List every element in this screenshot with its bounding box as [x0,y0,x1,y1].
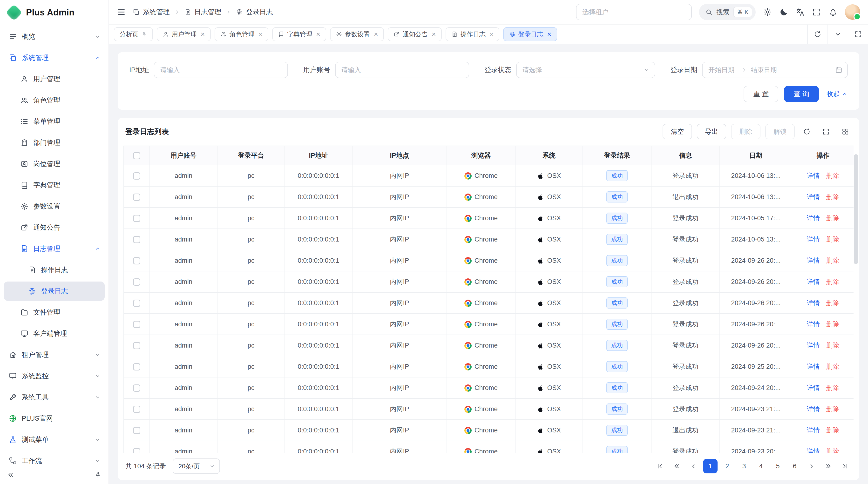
detail-link[interactable]: 详情 [807,193,820,200]
content-fullscreen-button[interactable] [848,25,868,44]
sidebar-item[interactable]: 岗位管理 [4,154,105,173]
sidebar-item[interactable]: PLUS官网 [4,409,105,428]
export-button[interactable]: 导出 [697,124,726,139]
row-checkbox[interactable] [133,172,140,180]
column-settings-button[interactable] [838,124,852,139]
row-checkbox[interactable] [133,300,140,307]
collapse-filters-link[interactable]: 收起 [827,90,848,99]
tab-close-icon[interactable]: × [374,31,378,38]
sidebar-item[interactable]: 文件管理 [4,303,105,322]
clear-button[interactable]: 清空 [662,124,692,139]
delete-link[interactable]: 删除 [826,448,839,453]
row-checkbox[interactable] [133,215,140,222]
refresh-table-button[interactable] [800,124,814,139]
prev-page-button[interactable] [686,459,701,474]
table-scrollbar[interactable] [854,154,858,264]
dark-mode-moon-icon[interactable] [779,7,788,17]
tab-close-icon[interactable]: × [258,31,263,38]
tab-item[interactable]: 登录日志× [503,27,557,41]
tab-item[interactable]: 通知公告× [388,27,442,41]
last-page-button[interactable] [838,459,852,474]
tab-item[interactable]: 字典管理× [272,27,326,41]
tab-close-icon[interactable]: × [316,31,320,38]
delete-link[interactable]: 删除 [826,257,839,264]
login-status-select[interactable]: 请选择 [516,62,655,78]
row-checkbox[interactable] [133,363,140,370]
tab-item[interactable]: 分析页 [114,27,153,41]
detail-link[interactable]: 详情 [807,299,820,306]
tab-options-chevron[interactable] [828,25,848,44]
breadcrumb-item[interactable]: 登录日志 [236,7,273,17]
row-checkbox[interactable] [133,236,140,243]
tab-close-icon[interactable]: × [490,31,494,38]
page-number-button[interactable]: 1 [703,459,717,474]
account-input[interactable] [335,62,469,78]
fast-forward-button[interactable] [821,459,836,474]
page-size-select[interactable]: 20条/页 [173,458,220,474]
breadcrumb-item[interactable]: 日志管理 [184,7,221,17]
row-checkbox[interactable] [133,384,140,392]
sidebar-item[interactable]: 客户端管理 [4,324,105,343]
date-range-picker[interactable]: 开始日期 结束日期 [702,62,848,78]
page-number-button[interactable]: 6 [787,459,802,474]
page-number-button[interactable]: 3 [737,459,751,474]
sidebar-item[interactable]: 测试菜单 [4,430,105,449]
sidebar-item[interactable]: 通知公告 [4,218,105,237]
refresh-page-button[interactable] [807,25,828,44]
tab-close-icon[interactable]: × [200,31,205,38]
collapse-sidebar-icon[interactable] [7,471,14,479]
page-number-button[interactable]: 2 [720,459,735,474]
sidebar-item[interactable]: 菜单管理 [4,112,105,131]
sidebar-item[interactable]: 部门管理 [4,133,105,152]
next-page-button[interactable] [804,459,819,474]
tab-item[interactable]: 参数设置× [330,27,384,41]
sidebar-item[interactable]: 系统监控 [4,366,105,386]
row-checkbox[interactable] [133,448,140,453]
sidebar-item[interactable]: 操作日志 [4,260,105,280]
detail-link[interactable]: 详情 [807,406,820,413]
first-page-button[interactable] [652,459,667,474]
fullscreen-icon[interactable] [812,7,821,17]
row-checkbox[interactable] [133,279,140,286]
delete-link[interactable]: 删除 [826,299,839,306]
delete-link[interactable]: 删除 [826,193,839,200]
page-number-button[interactable]: 4 [754,459,768,474]
tab-close-icon[interactable]: × [547,31,551,38]
row-checkbox[interactable] [133,257,140,264]
delete-link[interactable]: 删除 [826,172,839,179]
sidebar-item[interactable]: 系统工具 [4,388,105,407]
ip-input[interactable] [154,62,288,78]
row-checkbox[interactable] [133,342,140,349]
sidebar-item[interactable]: 字典管理 [4,175,105,195]
sidebar-item[interactable]: 租户管理 [4,345,105,364]
sidebar-item[interactable]: 系统管理 [4,48,105,67]
app-logo[interactable]: Plus Admin [0,0,108,25]
pin-sidebar-icon[interactable] [94,471,102,479]
sidebar-item[interactable]: 参数设置 [4,197,105,216]
global-search[interactable]: 搜索 ⌘ K [699,4,756,20]
select-all-checkbox[interactable] [133,152,140,159]
detail-link[interactable]: 详情 [807,342,820,349]
tab-item[interactable]: 角色管理× [215,27,269,41]
delete-link[interactable]: 删除 [826,215,839,222]
table-fullscreen-button[interactable] [819,124,833,139]
detail-link[interactable]: 详情 [807,384,820,391]
sidebar-item[interactable]: 角色管理 [4,91,105,110]
delete-link[interactable]: 删除 [826,342,839,349]
detail-link[interactable]: 详情 [807,448,820,453]
delete-button[interactable]: 删除 [731,124,761,139]
settings-gear-icon[interactable] [763,7,772,17]
delete-link[interactable]: 删除 [826,321,839,328]
delete-link[interactable]: 删除 [826,384,839,391]
detail-link[interactable]: 详情 [807,172,820,179]
detail-link[interactable]: 详情 [807,257,820,264]
user-avatar[interactable] [845,4,860,20]
row-checkbox[interactable] [133,427,140,434]
sidebar-item[interactable]: 用户管理 [4,69,105,89]
page-number-button[interactable]: 5 [771,459,785,474]
delete-link[interactable]: 删除 [826,406,839,413]
detail-link[interactable]: 详情 [807,215,820,222]
delete-link[interactable]: 删除 [826,278,839,285]
translate-icon[interactable] [796,7,805,17]
tab-item[interactable]: 用户管理× [157,27,211,41]
